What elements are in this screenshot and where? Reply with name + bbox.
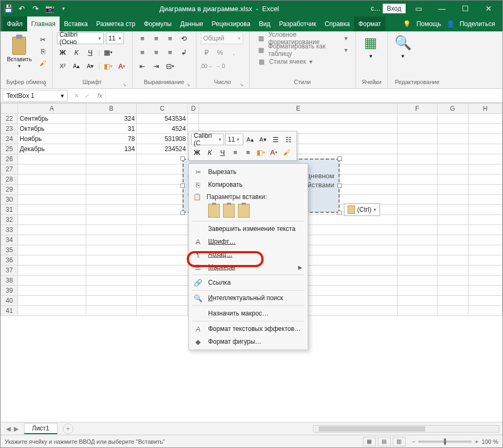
cell[interactable]	[468, 235, 502, 245]
font-color-button[interactable]: A▾	[116, 60, 128, 72]
cell[interactable]	[468, 124, 502, 134]
cell[interactable]	[398, 144, 438, 154]
cell[interactable]	[86, 255, 137, 266]
percent-button[interactable]: %	[215, 46, 226, 58]
cell-B23[interactable]: 31	[86, 124, 137, 134]
row-header-28[interactable]: 28	[1, 175, 18, 185]
row-header-40[interactable]: 40	[1, 296, 18, 306]
paste-button[interactable]: Вставить▾	[5, 32, 34, 70]
col-header-G[interactable]: G	[437, 104, 468, 114]
cell[interactable]	[86, 175, 137, 185]
cell[interactable]	[437, 164, 468, 175]
mini-align2-button[interactable]: ≡	[242, 146, 254, 158]
mini-format-painter-button[interactable]: 🖌	[281, 146, 292, 158]
signin-button[interactable]: Вход	[383, 4, 406, 13]
col-header-B[interactable]: B	[86, 104, 137, 114]
cell[interactable]	[437, 134, 468, 144]
share-button[interactable]: Поделиться	[458, 20, 497, 28]
cell-A24[interactable]: Ноябрь	[18, 134, 86, 144]
cell[interactable]	[398, 134, 438, 144]
align-bottom-button[interactable]: ≡	[164, 32, 176, 44]
mini-italic-button[interactable]: К	[204, 146, 216, 158]
col-header-E[interactable]: E	[199, 104, 398, 114]
cell[interactable]	[18, 296, 86, 306]
cell[interactable]	[18, 266, 86, 276]
row-header-26[interactable]: 26	[1, 154, 18, 164]
cell[interactable]	[86, 215, 137, 225]
mini-font-selector[interactable]: Calibri (С▾	[191, 134, 224, 145]
cell[interactable]	[437, 276, 468, 286]
maximize-button[interactable]: ☐	[455, 2, 476, 15]
row-header-33[interactable]: 33	[1, 225, 18, 235]
cell[interactable]	[398, 296, 438, 306]
tab-developer[interactable]: Разработчик	[275, 16, 320, 31]
cell[interactable]	[398, 164, 438, 175]
align-left-button[interactable]: ≡	[137, 46, 149, 58]
tab-review[interactable]: Рецензирова	[208, 16, 255, 31]
cell[interactable]	[188, 114, 199, 124]
decrease-indent-button[interactable]: ⇤	[137, 60, 149, 72]
cell-C23[interactable]: 4524	[137, 124, 188, 134]
cell[interactable]	[137, 255, 188, 266]
paste-option-3[interactable]	[238, 204, 250, 218]
cell[interactable]	[437, 255, 468, 266]
cell[interactable]	[437, 124, 468, 134]
cell-A23[interactable]: Октябрь	[18, 124, 86, 134]
row-header-30[interactable]: 30	[1, 195, 18, 205]
paste-option-1[interactable]	[208, 204, 220, 218]
row-header-34[interactable]: 34	[1, 235, 18, 245]
normal-view-button[interactable]: ▦	[363, 437, 376, 446]
cell[interactable]	[398, 306, 438, 316]
mini-fontcolor-button[interactable]: A▾	[268, 146, 279, 158]
col-header-D[interactable]: D	[188, 104, 199, 114]
cell[interactable]	[86, 276, 137, 286]
clipboard-launcher-icon[interactable]: ↘	[43, 82, 47, 87]
cell-B25[interactable]: 134	[86, 144, 137, 154]
align-top-button[interactable]: ≡	[137, 32, 149, 44]
format-painter-icon[interactable]: 🖌	[38, 58, 48, 68]
minimize-button[interactable]: —	[431, 2, 452, 15]
cell[interactable]	[398, 124, 438, 134]
cell[interactable]	[398, 205, 438, 215]
border-button[interactable]: ▦▾	[102, 46, 114, 58]
row-header-25[interactable]: 25	[1, 144, 18, 154]
menu-smart-lookup[interactable]: 🔍ИИнтеллектуальный поискнтеллектуальный …	[190, 292, 307, 304]
cell-A22[interactable]: Сентябрь	[18, 114, 86, 124]
cell[interactable]	[398, 154, 438, 164]
cell[interactable]	[137, 225, 188, 235]
cell[interactable]	[398, 175, 438, 185]
next-sheet-icon[interactable]: ▶	[14, 425, 19, 433]
row-header-38[interactable]: 38	[1, 276, 18, 286]
cell[interactable]	[468, 185, 502, 195]
cell[interactable]	[468, 134, 502, 144]
shrink-font-button[interactable]: A▾	[85, 60, 96, 72]
cell[interactable]	[18, 175, 86, 185]
cell[interactable]	[18, 225, 86, 235]
cell[interactable]	[437, 205, 468, 215]
cell-C24[interactable]: 531908	[137, 134, 188, 144]
mini-bold-button[interactable]: Ж	[191, 146, 203, 158]
cell-B24[interactable]: 78	[86, 134, 137, 144]
cells-button[interactable]: ▦▾	[360, 32, 382, 60]
col-header-H[interactable]: H	[468, 104, 502, 114]
resize-handle[interactable]	[337, 156, 342, 161]
cell[interactable]	[437, 266, 468, 276]
cell[interactable]	[468, 306, 502, 316]
cell[interactable]	[468, 276, 502, 286]
menu-copy[interactable]: ⎘Копировать	[190, 178, 307, 191]
cell[interactable]	[18, 255, 86, 266]
resize-handle[interactable]	[337, 184, 342, 188]
cell[interactable]	[398, 215, 438, 225]
cell[interactable]	[86, 225, 137, 235]
cell[interactable]	[468, 245, 502, 255]
mini-align-button[interactable]: ≡	[229, 146, 241, 158]
cell[interactable]	[137, 266, 188, 276]
cell[interactable]	[398, 225, 438, 235]
tab-format[interactable]: Формат	[354, 16, 385, 31]
tab-formulas[interactable]: Формулы	[139, 16, 176, 31]
cell[interactable]	[86, 205, 137, 215]
zoom-in-button[interactable]: +	[475, 438, 478, 445]
undo-icon[interactable]: ↶	[18, 4, 26, 13]
row-header-37[interactable]: 37	[1, 266, 18, 276]
row-header-24[interactable]: 24	[1, 134, 18, 144]
